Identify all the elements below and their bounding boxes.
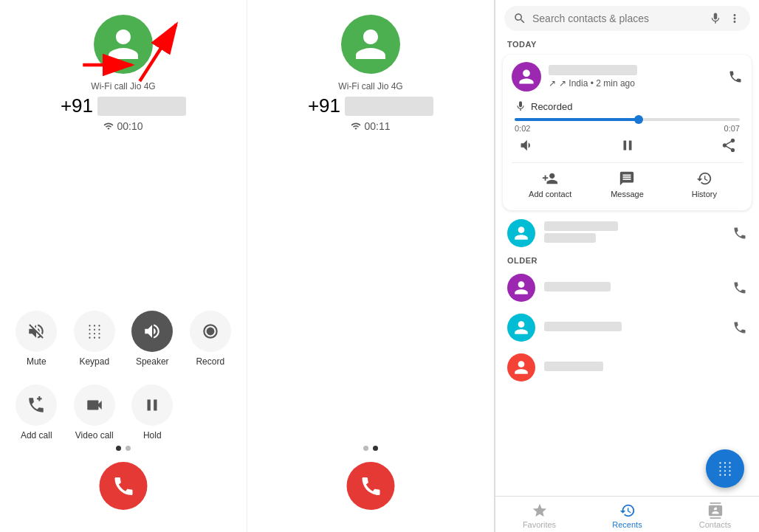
more-options-icon[interactable] <box>728 12 741 25</box>
call-number-2: +91 <box>308 94 433 117</box>
phone-icon[interactable] <box>732 226 747 241</box>
controls-area: Mute Keypad Speaker <box>0 311 247 458</box>
record-button[interactable]: Record <box>185 311 236 367</box>
dots-indicator-2 <box>363 446 378 451</box>
recent-card-header: ↗ ↗ India • 2 min ago <box>512 62 743 91</box>
time-labels: 0:02 0:07 <box>512 124 743 133</box>
record-icon-bg <box>190 311 231 352</box>
call-screen-2: Wi-Fi call Jio 4G +91 00:11 <box>247 0 494 532</box>
message-button[interactable]: Message <box>588 170 665 198</box>
older-label: OLDER <box>495 253 759 268</box>
phone-panel: Wi-Fi call Jio 4G +91 00:10 Mute <box>0 0 495 532</box>
svg-point-1 <box>206 328 214 336</box>
call-duration-1: 00:10 <box>103 120 142 132</box>
search-icon <box>513 12 526 25</box>
recording-section: Recorded 0:02 0:07 <box>512 97 743 156</box>
recent-contact-info: ↗ ↗ India • 2 min ago <box>549 65 721 89</box>
speaker-icon-bg <box>131 311 173 352</box>
name-blur-5 <box>544 362 603 371</box>
fab-button[interactable] <box>706 449 744 488</box>
number-blur-1 <box>97 97 186 116</box>
record-label: Record <box>196 356 224 367</box>
mute-label: Mute <box>27 356 47 367</box>
action-row: Add contact Message History <box>512 162 743 203</box>
name-blur-4 <box>544 322 622 331</box>
list-item[interactable] <box>495 268 759 308</box>
volume-icon[interactable] <box>518 137 534 153</box>
video-call-icon-bg <box>74 384 115 426</box>
call-label-1: Wi-Fi call Jio 4G <box>91 81 155 91</box>
pause-icon[interactable] <box>619 137 636 153</box>
contacts-label: Contacts <box>699 520 731 529</box>
call-icon[interactable] <box>728 69 743 84</box>
add-call-icon-bg <box>16 384 57 426</box>
contact-meta: ↗ ↗ India • 2 min ago <box>549 78 721 89</box>
add-contact-button[interactable]: Add contact <box>512 170 588 198</box>
search-bar[interactable] <box>504 6 750 31</box>
dot-2 <box>126 446 131 451</box>
hold-icon-bg <box>131 384 173 426</box>
video-call-button[interactable]: Video call <box>69 384 120 441</box>
mute-icon-bg <box>16 311 57 352</box>
add-call-button[interactable]: Add call <box>10 384 62 441</box>
nav-contacts[interactable]: Contacts <box>671 502 759 529</box>
video-call-label: Video call <box>75 430 114 441</box>
call-number-1: +91 <box>61 94 186 117</box>
mic-icon[interactable] <box>709 12 722 25</box>
controls-row-1: Mute Keypad Speaker <box>7 311 239 367</box>
recents-label: Recents <box>612 520 642 529</box>
phone-icon-3[interactable] <box>732 320 747 335</box>
contact-row-info <box>544 221 724 245</box>
hold-button[interactable]: Hold <box>126 384 178 441</box>
end-call-button-2[interactable] <box>347 462 395 510</box>
list-item[interactable] <box>495 308 759 348</box>
name-blur-2 <box>544 233 596 243</box>
mute-button[interactable]: Mute <box>10 311 62 367</box>
contact-row-info-4 <box>544 362 747 373</box>
number-blur-2 <box>345 97 433 116</box>
playback-controls <box>512 137 743 153</box>
favorites-label: Favorites <box>523 520 556 529</box>
hold-label: Hold <box>143 430 162 441</box>
name-blur <box>544 221 618 231</box>
recorded-label: Recorded <box>512 100 743 112</box>
list-item[interactable] <box>495 213 759 253</box>
call-duration-2: 00:11 <box>351 120 390 132</box>
dot-3 <box>363 446 368 451</box>
avatar-2 <box>341 15 400 74</box>
call-screen-1: Wi-Fi call Jio 4G +91 00:10 Mute <box>0 0 247 532</box>
today-label: TODAY <box>495 37 759 52</box>
contact-avatar-teal <box>507 219 535 247</box>
search-input[interactable] <box>532 13 703 24</box>
add-call-label: Add call <box>21 430 52 441</box>
dots-indicator-1 <box>116 446 131 451</box>
share-icon[interactable] <box>721 137 737 153</box>
speaker-button[interactable]: Speaker <box>126 311 178 367</box>
contact-name-blur <box>549 65 637 75</box>
progress-bar[interactable] <box>515 118 740 121</box>
nav-favorites[interactable]: Favorites <box>495 502 583 529</box>
contact-avatar-teal-2 <box>507 314 535 342</box>
nav-recents[interactable]: Recents <box>583 502 671 529</box>
contact-avatar-purple <box>507 274 535 302</box>
recent-call-card: ↗ ↗ India • 2 min ago Recorded 0:02 0:07 <box>503 55 752 210</box>
contact-row-info-2 <box>544 282 724 294</box>
search-actions <box>709 12 741 25</box>
keypad-label: Keypad <box>79 356 109 367</box>
contact-avatar-red <box>507 353 535 381</box>
call-label-2: Wi-Fi call Jio 4G <box>338 81 402 91</box>
progress-fill <box>515 118 639 121</box>
avatar-1 <box>94 15 153 74</box>
contact-row-info-3 <box>544 322 724 334</box>
speaker-label: Speaker <box>136 356 169 367</box>
bottom-nav: Favorites Recents Contacts <box>495 496 759 532</box>
history-button[interactable]: History <box>666 170 743 198</box>
recent-contact-avatar <box>512 62 541 91</box>
end-call-button-1[interactable] <box>100 462 148 510</box>
controls-row-2: Add call Video call Hold <box>7 384 239 441</box>
keypad-button[interactable]: Keypad <box>69 311 120 367</box>
right-panel: TODAY ↗ ↗ India • 2 min ago Recorded <box>495 0 759 532</box>
list-item[interactable] <box>495 348 759 387</box>
dot-1 <box>116 446 121 451</box>
phone-icon-2[interactable] <box>732 280 747 295</box>
